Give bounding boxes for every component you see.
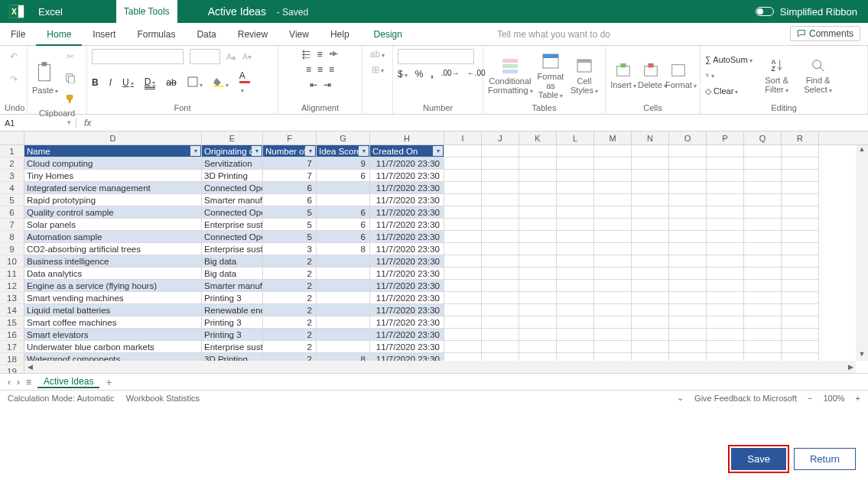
cell[interactable]	[632, 206, 669, 219]
cell[interactable]	[744, 316, 782, 329]
return-button[interactable]: Return	[794, 448, 856, 470]
cell[interactable]	[444, 329, 482, 341]
cell[interactable]	[482, 219, 519, 231]
cell[interactable]	[519, 243, 557, 255]
cell[interactable]	[519, 292, 557, 304]
cell[interactable]	[519, 194, 557, 206]
tab-formulas[interactable]: Formulas	[126, 23, 186, 46]
cell[interactable]	[594, 268, 632, 280]
cell[interactable]	[594, 341, 632, 353]
cell[interactable]: Name▾	[24, 145, 202, 157]
cell-styles-button[interactable]: Cell Styles	[569, 57, 600, 95]
cell[interactable]	[669, 170, 707, 182]
cell[interactable]	[482, 157, 519, 170]
cell[interactable]	[744, 194, 782, 206]
cell[interactable]	[444, 231, 482, 243]
cell[interactable]	[707, 243, 744, 255]
cell[interactable]: 6	[263, 182, 317, 194]
cell[interactable]	[669, 280, 707, 292]
row-header[interactable]: 11	[0, 268, 24, 280]
row-header[interactable]: 1	[0, 145, 24, 157]
increase-indent-icon[interactable]: ⇥	[323, 79, 331, 90]
column-header[interactable]: G	[317, 131, 370, 144]
comma-icon[interactable]: ,	[431, 69, 433, 79]
cell[interactable]	[744, 268, 782, 280]
cell[interactable]	[482, 243, 519, 255]
cell[interactable]: 11/7/2020 23:30	[370, 329, 444, 341]
cell[interactable]	[557, 304, 594, 316]
cell[interactable]	[519, 255, 557, 268]
cell[interactable]	[594, 170, 632, 182]
cell[interactable]	[557, 341, 594, 353]
cell[interactable]: Liquid metal batteries	[24, 304, 202, 316]
undo-button[interactable]: ↶	[6, 49, 21, 64]
cell[interactable]	[594, 292, 632, 304]
cell[interactable]	[707, 231, 744, 243]
cell[interactable]	[594, 231, 632, 243]
cell[interactable]	[317, 316, 370, 329]
find-select-button[interactable]: Find & Select	[801, 57, 835, 94]
cell[interactable]	[744, 145, 782, 157]
cell[interactable]	[632, 292, 669, 304]
cell[interactable]: Servitization	[202, 157, 263, 170]
cell[interactable]: 11/7/2020 23:30	[370, 219, 444, 231]
column-header[interactable]: F	[263, 131, 317, 144]
cell[interactable]: Enterprise susta	[202, 243, 263, 255]
cell[interactable]	[669, 194, 707, 206]
cell[interactable]: 11/7/2020 23:30	[370, 341, 444, 353]
cell[interactable]	[482, 304, 519, 316]
row-header[interactable]: 14	[0, 304, 24, 316]
cell[interactable]	[557, 329, 594, 341]
cell[interactable]	[669, 182, 707, 194]
align-middle-icon[interactable]: ≡	[317, 49, 322, 60]
cell[interactable]	[519, 145, 557, 157]
wrap-text-icon[interactable]: ab	[370, 49, 385, 60]
cell[interactable]: Created On▾	[370, 145, 444, 157]
conditional-formatting-button[interactable]: Conditional Formatting	[488, 57, 532, 95]
filter-icon[interactable]: ▾	[190, 146, 200, 156]
cell[interactable]	[669, 231, 707, 243]
cell[interactable]: 7	[263, 157, 317, 170]
cell[interactable]: 7	[263, 170, 317, 182]
cell[interactable]	[482, 292, 519, 304]
cell[interactable]	[707, 182, 744, 194]
cell[interactable]	[594, 316, 632, 329]
cell[interactable]: 11/7/2020 23:30	[370, 182, 444, 194]
cell[interactable]: 3	[263, 243, 317, 255]
cell[interactable]: Quality control sample	[24, 206, 202, 219]
cell[interactable]: 8	[317, 243, 370, 255]
cell[interactable]: Solar panels	[24, 219, 202, 231]
cell[interactable]	[632, 341, 669, 353]
cell[interactable]: Connected Oper	[202, 231, 263, 243]
cell[interactable]: 3D Printing	[202, 170, 263, 182]
cell[interactable]	[594, 219, 632, 231]
cell[interactable]	[632, 243, 669, 255]
row-header[interactable]: 3	[0, 170, 24, 182]
cell[interactable]: 11/7/2020 23:30	[370, 255, 444, 268]
cell[interactable]	[444, 255, 482, 268]
cell[interactable]	[594, 329, 632, 341]
cell[interactable]	[669, 157, 707, 170]
simplified-ribbon-toggle[interactable]: Simplified Ribbon	[756, 6, 868, 18]
cell[interactable]: 5	[263, 219, 317, 231]
align-top-icon[interactable]: ⬱	[302, 49, 310, 60]
decrease-decimal-icon[interactable]: ←.00	[467, 69, 486, 79]
cell[interactable]	[707, 219, 744, 231]
workbook-stats-label[interactable]: Workbook Statistics	[126, 394, 200, 403]
cell[interactable]	[594, 194, 632, 206]
cell[interactable]: Automation sample	[24, 231, 202, 243]
increase-decimal-icon[interactable]: .00→	[441, 69, 460, 79]
decrease-font-icon[interactable]: A▾	[242, 53, 252, 61]
row-header[interactable]: 9	[0, 243, 24, 255]
cell[interactable]: Business intelligence	[24, 255, 202, 268]
cell[interactable]	[744, 329, 782, 341]
cell[interactable]	[632, 329, 669, 341]
clear-button[interactable]: ◇ Clear	[705, 86, 753, 96]
cell[interactable]	[707, 341, 744, 353]
cell[interactable]: Tiny Homes	[24, 170, 202, 182]
cell[interactable]	[317, 329, 370, 341]
cell[interactable]	[557, 206, 594, 219]
cell[interactable]: 11/7/2020 23:30	[370, 304, 444, 316]
cell[interactable]: Data analytics	[24, 268, 202, 280]
cell[interactable]	[482, 145, 519, 157]
